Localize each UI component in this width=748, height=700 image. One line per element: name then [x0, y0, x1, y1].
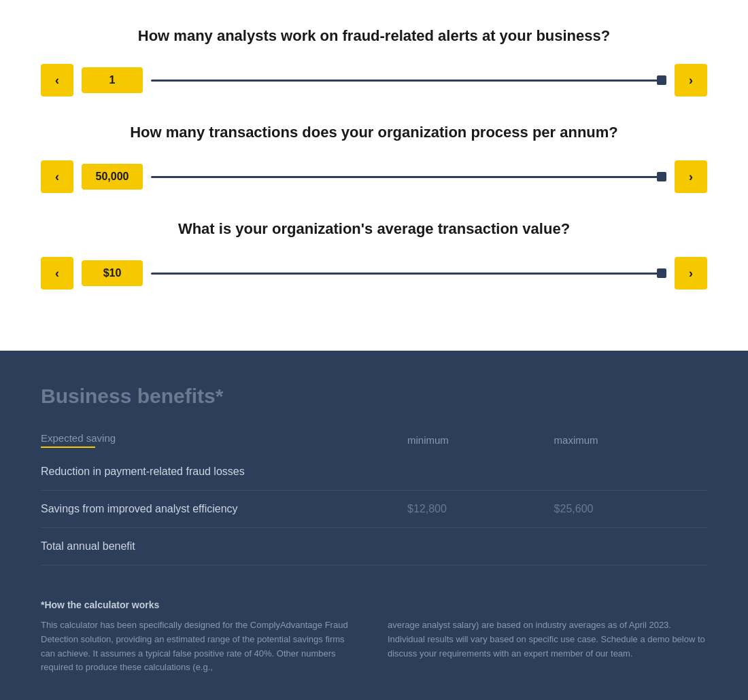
expected-saving-label: Expected saving [41, 432, 116, 444]
footer-note: *How the calculator works This calculato… [41, 599, 707, 675]
avg-value-slider-thumb [657, 268, 666, 278]
analysts-value: 1 [82, 67, 143, 93]
header-minimum-cell: minimum [407, 432, 554, 453]
footer-note-title: *How the calculator works [41, 599, 707, 610]
question-avg-value-text: What is your organization's average tran… [41, 220, 707, 238]
transactions-value: 50,000 [82, 164, 143, 190]
benefits-row-fraud-losses: Reduction in payment-related fraud losse… [41, 453, 707, 491]
header-label-cell: Expected saving [41, 432, 407, 453]
analysts-slider-track-container[interactable] [151, 64, 666, 97]
question-transactions: How many transactions does your organiza… [41, 124, 707, 193]
analyst-efficiency-label: Savings from improved analyst efficiency [41, 491, 407, 528]
slider-row-analysts: ‹ 1 › [41, 64, 707, 97]
benefits-row-total: Total annual benefit [41, 528, 707, 565]
fraud-losses-label: Reduction in payment-related fraud losse… [41, 453, 407, 491]
total-benefit-label: Total annual benefit [41, 528, 407, 565]
transactions-prev-button[interactable]: ‹ [41, 160, 73, 193]
avg-value-next-button[interactable]: › [675, 257, 707, 290]
question-avg-value: What is your organization's average tran… [41, 220, 707, 290]
analysts-slider-track [151, 80, 666, 82]
question-analysts: How many analysts work on fraud-related … [41, 27, 707, 97]
avg-value-slider-track-container[interactable] [151, 257, 666, 290]
slider-row-transactions: ‹ 50,000 › [41, 160, 707, 193]
question-analysts-text: How many analysts work on fraud-related … [41, 27, 707, 45]
transactions-slider-track [151, 176, 666, 178]
bottom-section: Business benefits* Expected saving minim… [0, 351, 748, 700]
total-benefit-max [554, 528, 707, 565]
question-transactions-text: How many transactions does your organiza… [41, 124, 707, 141]
total-benefit-min [407, 528, 554, 565]
avg-value-prev-button[interactable]: ‹ [41, 257, 73, 290]
footer-text-left: This calculator has been specifically de… [41, 618, 360, 675]
footer-note-text: This calculator has been specifically de… [41, 618, 707, 675]
analyst-efficiency-min: $12,800 [407, 491, 554, 528]
benefits-header-row: Expected saving minimum maximum [41, 432, 707, 453]
header-divider [41, 447, 95, 448]
avg-value-slider-track [151, 273, 666, 275]
slider-row-avg-value: ‹ $10 › [41, 257, 707, 290]
avg-value-value: $10 [82, 260, 143, 286]
analysts-prev-button[interactable]: ‹ [41, 64, 73, 97]
benefits-table: Expected saving minimum maximum Reductio… [41, 432, 707, 565]
benefits-row-analyst-efficiency: Savings from improved analyst efficiency… [41, 491, 707, 528]
top-section: How many analysts work on fraud-related … [0, 0, 748, 351]
transactions-slider-track-container[interactable] [151, 160, 666, 193]
analysts-slider-thumb [657, 75, 666, 85]
header-maximum-cell: maximum [554, 432, 707, 453]
transactions-next-button[interactable]: › [675, 160, 707, 193]
fraud-losses-min [407, 453, 554, 491]
business-benefits-title: Business benefits* [41, 385, 707, 408]
analyst-efficiency-max: $25,600 [554, 491, 707, 528]
transactions-slider-thumb [657, 172, 666, 181]
fraud-losses-max [554, 453, 707, 491]
analysts-next-button[interactable]: › [675, 64, 707, 97]
footer-text-right: average analyst salary) are based on ind… [388, 618, 707, 675]
